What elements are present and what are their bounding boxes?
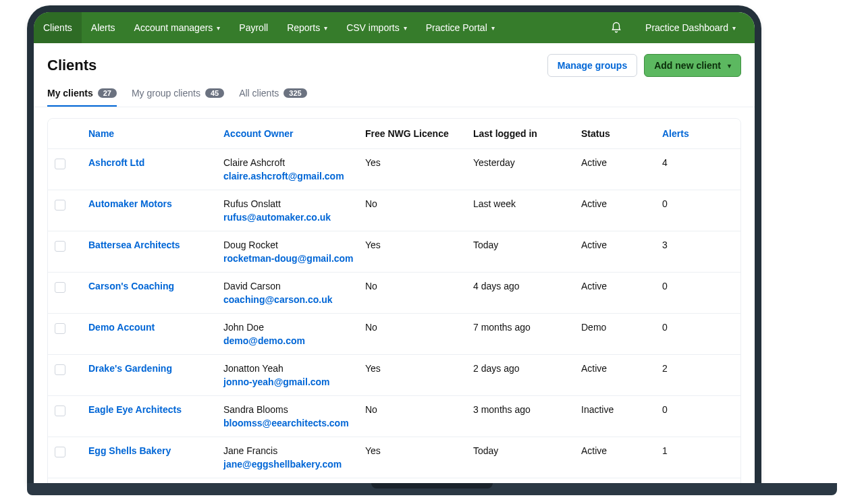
row-checkbox[interactable] — [55, 447, 65, 457]
clients-table: Name Account Owner Free NWG Licence Last… — [47, 118, 741, 484]
cell-licence: Yes — [365, 363, 473, 374]
row-checkbox[interactable] — [55, 159, 65, 169]
chevron-down-icon: ▾ — [491, 24, 495, 32]
owner-name: John Doe — [223, 322, 365, 333]
cell-lastlogin: 2 days ago — [473, 363, 581, 374]
cell-lastlogin: 3 months ago — [473, 404, 581, 415]
cell-alerts: 0 — [662, 198, 716, 209]
table-row: Battersea ArchitectsDoug Rocketrocketman… — [48, 231, 740, 273]
device-frame: ClientsAlertsAccount managers▾PayrollRep… — [27, 5, 761, 484]
owner-name: Jonatton Yeah — [223, 363, 365, 374]
cell-alerts: 0 — [662, 281, 716, 291]
row-checkbox[interactable] — [55, 241, 65, 252]
nav-item-label: Practice Portal — [426, 22, 487, 33]
chevron-down-icon: ▾ — [324, 24, 327, 32]
table-row: Egg Shells BakeryJane Francisjane@eggshe… — [48, 437, 740, 478]
chevron-down-icon: ▾ — [732, 24, 736, 32]
chevron-down-icon: ▾ — [404, 24, 407, 32]
cell-alerts: 0 — [662, 404, 716, 415]
owner-email-link[interactable]: jane@eggshellbakery.com — [223, 459, 365, 470]
owner-email-link[interactable]: demo@demo.com — [223, 335, 365, 346]
cell-status: Active — [581, 363, 662, 374]
tab-count-badge: 45 — [205, 88, 224, 98]
col-lastlogin: Last logged in — [473, 128, 581, 139]
row-checkbox[interactable] — [55, 405, 65, 416]
owner-email-link[interactable]: rufus@automaker.co.uk — [223, 212, 365, 223]
col-alerts[interactable]: Alerts — [662, 128, 689, 139]
tab-all-clients[interactable]: All clients325 — [239, 84, 307, 107]
client-name-link[interactable]: Demo Account — [88, 322, 155, 333]
cell-alerts: 3 — [662, 240, 716, 250]
tab-label: My clients — [47, 88, 93, 99]
nav-item-clients[interactable]: Clients — [34, 12, 82, 43]
col-owner[interactable]: Account Owner — [223, 128, 293, 139]
cell-lastlogin: Yesterday — [473, 157, 581, 168]
nav-item-alerts[interactable]: Alerts — [82, 12, 125, 43]
nav-item-label: Clients — [43, 22, 72, 33]
table-row: Carson's CoachingDavid Carsoncoaching@ca… — [48, 273, 740, 314]
nav-item-label: Payroll — [239, 22, 268, 33]
nav-item-label: Alerts — [91, 22, 115, 33]
cell-alerts: 2 — [662, 363, 716, 374]
cell-licence: Yes — [365, 240, 473, 250]
cell-lastlogin: Last week — [473, 198, 581, 209]
add-new-client-button[interactable]: Add new client ▾ — [644, 54, 741, 77]
client-name-link[interactable]: Drake's Gardening — [88, 363, 172, 374]
tab-my-clients[interactable]: My clients27 — [47, 84, 117, 107]
owner-email-link[interactable]: coaching@carson.co.uk — [223, 294, 365, 305]
client-name-link[interactable]: Eagle Eye Architects — [88, 404, 182, 415]
client-name-link[interactable]: Carson's Coaching — [88, 281, 174, 291]
cell-licence: No — [365, 198, 473, 209]
owner-email-link[interactable]: rocketman-doug@gmail.com — [223, 253, 365, 264]
cell-lastlogin: 4 days ago — [473, 281, 581, 291]
owner-email-link[interactable]: jonno-yeah@gmail.com — [223, 376, 365, 387]
client-name-link[interactable]: Automaker Motors — [88, 198, 172, 209]
bell-icon[interactable] — [610, 22, 622, 34]
nav-item-label: CSV imports — [346, 22, 400, 33]
add-new-client-label: Add new client — [654, 60, 721, 71]
client-name-link[interactable]: Ashcroft Ltd — [88, 157, 144, 168]
tab-my-group-clients[interactable]: My group clients45 — [132, 84, 224, 107]
table-header: Name Account Owner Free NWG Licence Last… — [48, 119, 740, 149]
cell-lastlogin: 7 months ago — [473, 322, 581, 333]
practice-dashboard-label: Practice Dashboard — [645, 22, 728, 33]
cell-status: Demo — [581, 322, 662, 333]
cell-status: Active — [581, 281, 662, 291]
nav-item-practice-portal[interactable]: Practice Portal▾ — [416, 12, 504, 43]
nav-item-reports[interactable]: Reports▾ — [277, 12, 337, 43]
row-checkbox[interactable] — [55, 282, 65, 293]
tab-label: All clients — [239, 88, 279, 99]
owner-email-link[interactable]: claire.ashcroft@gmail.com — [223, 171, 365, 181]
top-nav: ClientsAlertsAccount managers▾PayrollRep… — [34, 12, 755, 43]
cell-licence: No — [365, 322, 473, 333]
owner-name: Claire Ashcroft — [223, 157, 365, 168]
owner-name: Rufus Onslatt — [223, 198, 365, 209]
row-checkbox[interactable] — [55, 200, 65, 211]
cell-status: Active — [581, 445, 662, 456]
cell-licence: No — [365, 281, 473, 291]
tab-count-badge: 27 — [98, 88, 117, 98]
nav-item-payroll[interactable]: Payroll — [230, 12, 277, 43]
owner-email-link[interactable]: bloomss@eearchitects.com — [223, 418, 365, 428]
client-name-link[interactable]: Battersea Architects — [88, 240, 180, 250]
cell-alerts: 1 — [662, 445, 716, 456]
practice-dashboard-menu[interactable]: Practice Dashboard ▾ — [636, 22, 745, 33]
cell-licence: Yes — [365, 157, 473, 168]
cell-licence: No — [365, 404, 473, 415]
row-checkbox[interactable] — [55, 364, 65, 375]
manage-groups-button[interactable]: Manage groups — [547, 54, 637, 77]
nav-item-account-managers[interactable]: Account managers▾ — [125, 12, 230, 43]
row-checkbox[interactable] — [55, 323, 65, 334]
owner-name: David Carson — [223, 281, 365, 291]
device-base — [27, 483, 837, 495]
nav-item-label: Reports — [287, 22, 320, 33]
page-title: Clients — [47, 57, 97, 74]
nav-item-csv-imports[interactable]: CSV imports▾ — [337, 12, 416, 43]
owner-name: Sandra Blooms — [223, 404, 365, 415]
owner-name: Doug Rocket — [223, 240, 365, 250]
col-name[interactable]: Name — [88, 128, 114, 139]
client-name-link[interactable]: Egg Shells Bakery — [88, 445, 171, 456]
owner-name: Jane Francis — [223, 445, 365, 456]
table-row: Eagle Eye ArchitectsSandra Bloomsbloomss… — [48, 396, 740, 437]
table-row: Demo AccountJohn Doedemo@demo.comNo7 mon… — [48, 314, 740, 355]
